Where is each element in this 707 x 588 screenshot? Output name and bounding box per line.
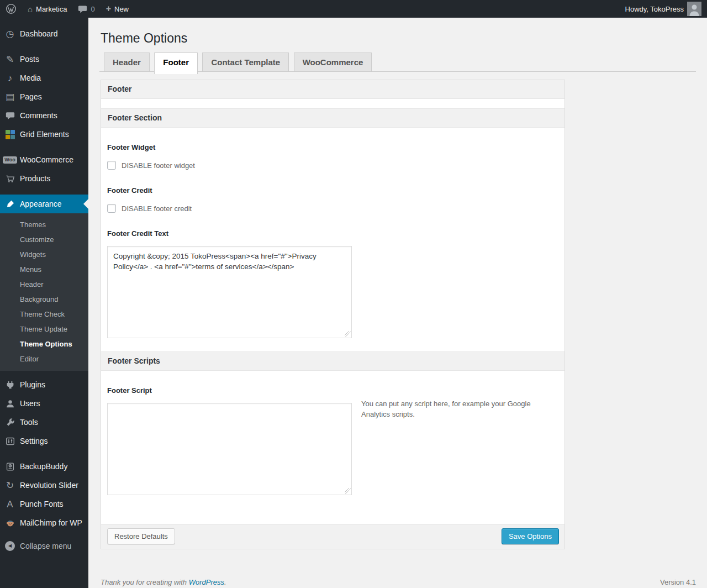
sidebar-item-settings[interactable]: Settings	[0, 432, 88, 450]
page-title: Theme Options	[99, 18, 696, 46]
sidebar-item-label: Dashboard	[20, 29, 58, 38]
footer-credit-text-label: Footer Credit Text	[107, 229, 558, 238]
sidebar-item-products[interactable]: Products	[0, 169, 88, 188]
footer-section-body: Footer Widget DISABLE footer widget Foot…	[101, 128, 564, 351]
sidebar-item-label: Plugins	[20, 380, 45, 389]
submenu-item-widgets[interactable]: Widgets	[0, 247, 88, 262]
footer-thanks: Thank you for creating with WordPress.	[101, 578, 226, 586]
tab-contact-template[interactable]: Contact Template	[202, 53, 289, 71]
howdy-text: Howdy, TokoPress	[625, 5, 684, 13]
sidebar-item-dashboard[interactable]: ◷ Dashboard	[0, 24, 88, 43]
resize-grip[interactable]	[345, 331, 351, 337]
tab-header[interactable]: Header	[104, 53, 150, 71]
sidebar-item-tools[interactable]: Tools	[0, 413, 88, 432]
footer-section-header: Footer Section	[101, 108, 564, 128]
footer-credit-text-textarea[interactable]: Copyright &copy; 2015 TokoPress<span><a …	[107, 246, 352, 338]
sidebar-item-punch-fonts[interactable]: A Punch Fonts	[0, 495, 88, 513]
new-content-menu[interactable]: + New	[101, 0, 134, 18]
sidebar-item-appearance[interactable]: Appearance	[0, 195, 88, 213]
sidebar-item-label: Revolution Slider	[20, 481, 78, 490]
sidebar-item-label: WooCommerce	[20, 155, 73, 164]
sidebar-item-plugins[interactable]: Plugins	[0, 375, 88, 394]
submenu-item-header[interactable]: Header	[0, 277, 88, 292]
tab-footer[interactable]: Footer	[154, 53, 198, 74]
tab-bar: Header Footer Contact Template WooCommer…	[99, 53, 696, 72]
posts-icon: ✎	[4, 55, 15, 64]
footer-widget-checkbox-label: DISABLE footer widget	[122, 161, 195, 170]
restore-defaults-button[interactable]: Restore Defaults	[107, 528, 175, 544]
sidebar-item-label: Users	[20, 399, 40, 408]
sidebar-item-label: Settings	[20, 437, 48, 445]
submenu-item-theme-options[interactable]: Theme Options	[0, 337, 88, 351]
submenu-item-theme-update[interactable]: Theme Update	[0, 322, 88, 337]
submenu-item-theme-check[interactable]: Theme Check	[0, 307, 88, 322]
submenu-item-background[interactable]: Background	[0, 292, 88, 307]
appearance-submenu: Themes Customize Widgets Menus Header Ba…	[0, 213, 88, 371]
punch-fonts-icon: A	[4, 500, 15, 509]
sidebar-item-users[interactable]: Users	[0, 394, 88, 413]
site-name-menu[interactable]: ⌂ Marketica	[22, 0, 72, 18]
sidebar-item-label: MailChimp for WP	[20, 518, 82, 527]
woocommerce-icon: Woo	[4, 156, 15, 164]
pages-icon: ▤	[4, 92, 15, 102]
sidebar-item-mailchimp[interactable]: MailChimp for WP	[0, 513, 88, 532]
footer-scripts-header: Footer Scripts	[101, 351, 564, 371]
admin-bar: ⌂ Marketica 0 + New Howdy, TokoPress	[0, 0, 707, 18]
sidebar-item-posts[interactable]: ✎ Posts	[0, 50, 88, 69]
sidebar-item-woocommerce[interactable]: Woo WooCommerce	[0, 150, 88, 169]
new-label: New	[114, 5, 129, 13]
footer-credit-checkbox[interactable]	[107, 204, 116, 213]
tab-woocommerce[interactable]: WooCommerce	[294, 53, 372, 71]
comments-icon	[4, 111, 15, 120]
mailchimp-icon	[4, 518, 15, 528]
footer-script-help-text: You can put any script here, for example…	[361, 395, 532, 419]
sidebar-item-label: Collapse menu	[20, 542, 71, 550]
sidebar-item-label: Punch Fonts	[20, 500, 64, 508]
wp-logo-menu[interactable]	[0, 0, 22, 18]
sidebar-item-media[interactable]: ♪ Media	[0, 69, 88, 87]
media-icon: ♪	[4, 74, 15, 83]
revolution-slider-icon: ↻	[4, 481, 15, 490]
submenu-item-editor[interactable]: Editor	[0, 351, 88, 366]
footer-credit-label: Footer Credit	[107, 186, 558, 195]
resize-grip[interactable]	[345, 488, 351, 494]
backup-icon	[4, 462, 15, 471]
sidebar-item-pages[interactable]: ▤ Pages	[0, 87, 88, 106]
sidebar-item-label: Comments	[20, 111, 57, 120]
wordpress-link[interactable]: WordPress	[189, 578, 224, 586]
thanks-suffix: .	[224, 578, 226, 586]
panel-footer: Restore Defaults Save Options	[101, 524, 564, 549]
footer-widget-label: Footer Widget	[107, 143, 558, 151]
footer-widget-checkbox[interactable]	[107, 161, 116, 170]
sidebar-item-grid-elements[interactable]: Grid Elements	[0, 125, 88, 144]
comments-menu[interactable]: 0	[72, 0, 100, 18]
site-name: Marketica	[36, 5, 67, 13]
footer-credit-checkbox-label: DISABLE footer credit	[122, 204, 192, 213]
sidebar-item-label: Appearance	[20, 200, 62, 208]
submenu-item-customize[interactable]: Customize	[0, 232, 88, 247]
home-icon: ⌂	[28, 5, 33, 13]
submenu-item-menus[interactable]: Menus	[0, 262, 88, 277]
sidebar-item-label: Media	[20, 74, 41, 82]
sidebar-item-collapse-menu[interactable]: ◀ Collapse menu	[0, 537, 88, 555]
sidebar-item-comments[interactable]: Comments	[0, 106, 88, 125]
panel-title: Footer	[101, 80, 564, 99]
comments-bubble-icon	[78, 4, 87, 14]
footer-script-label: Footer Script	[107, 386, 558, 395]
theme-options-panel: Footer Footer Section Footer Widget DISA…	[101, 80, 565, 549]
sidebar-item-label: Products	[20, 174, 50, 183]
settings-icon	[4, 437, 15, 446]
footer-script-textarea[interactable]	[107, 403, 352, 495]
dashboard-icon: ◷	[4, 29, 15, 39]
save-options-button[interactable]: Save Options	[502, 528, 559, 544]
sidebar-item-label: Pages	[20, 92, 42, 101]
sidebar-item-revolution-slider[interactable]: ↻ Revolution Slider	[0, 476, 88, 495]
sidebar-item-label: BackupBuddy	[20, 462, 67, 471]
comments-count: 0	[91, 5, 94, 13]
version-text: Version 4.1	[660, 578, 696, 586]
cart-icon	[4, 174, 15, 183]
submenu-item-themes[interactable]: Themes	[0, 217, 88, 232]
sidebar-item-backupbuddy[interactable]: BackupBuddy	[0, 457, 88, 476]
my-account-menu[interactable]: Howdy, TokoPress	[620, 0, 707, 18]
wordpress-logo-icon	[6, 3, 17, 14]
